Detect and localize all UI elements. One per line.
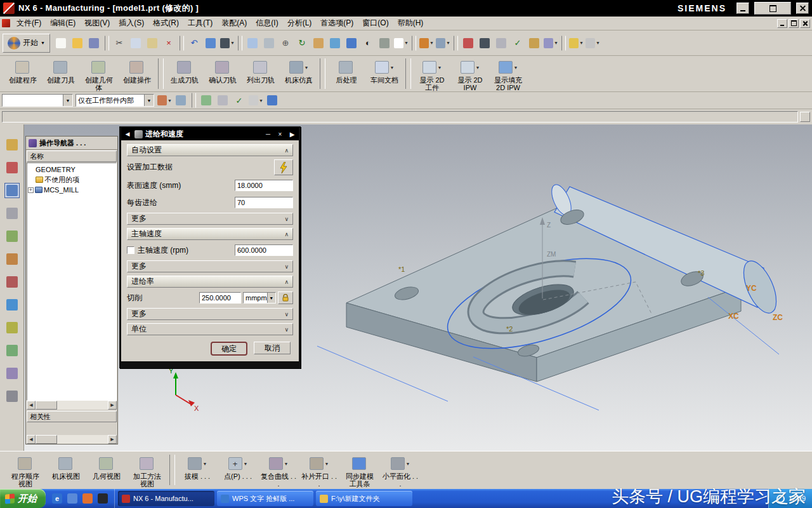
- collapse-icon[interactable]: ∧: [284, 231, 289, 237]
- ball-select-icon[interactable]: [215, 92, 231, 109]
- geometry-view-button[interactable]: 几何视图: [86, 453, 127, 481]
- zoom-icon[interactable]: ⊕: [278, 35, 294, 51]
- shop-documentation-button[interactable]: ▼ 车间文档: [365, 57, 403, 84]
- program-order-view-button[interactable]: 程序顺序 视图: [5, 453, 46, 488]
- spindle-speed-checkbox[interactable]: [127, 246, 134, 254]
- navigator-tree-row[interactable]: + MCS_MILL: [28, 185, 115, 195]
- analysis-glasses-icon[interactable]: [477, 35, 493, 51]
- triad-icon[interactable]: [461, 35, 476, 51]
- feed-more-bar[interactable]: 更多 ∨: [127, 308, 293, 320]
- delete-icon[interactable]: ×: [161, 35, 177, 51]
- feed-rates-header[interactable]: 进给率 ∧: [127, 276, 293, 288]
- new-file-icon[interactable]: [53, 35, 69, 51]
- menu-item[interactable]: 视图(V): [80, 17, 114, 30]
- postprocess-button[interactable]: 后处理: [327, 57, 365, 84]
- menu-item[interactable]: 装配(A): [217, 17, 251, 30]
- child-minimize-button[interactable]: [777, 19, 787, 28]
- create-tool-button[interactable]: 创建刀具: [42, 57, 80, 84]
- panel-toggle-icon[interactable]: [800, 112, 810, 122]
- machining-method-view-button[interactable]: 加工方法 视图: [127, 453, 167, 488]
- feed-per-tooth-input[interactable]: [235, 197, 293, 208]
- menu-item[interactable]: 信息(I): [251, 17, 282, 30]
- toolbar-icon[interactable]: [238, 36, 242, 51]
- save-icon[interactable]: [86, 35, 102, 51]
- history-icon[interactable]: [4, 320, 20, 335]
- zoom-window-icon[interactable]: [261, 35, 277, 51]
- roles-icon[interactable]: [4, 366, 20, 381]
- menu-item[interactable]: 窗口(O): [358, 17, 393, 30]
- background-icon[interactable]: ▼: [393, 35, 409, 51]
- toolbar-icon[interactable]: [105, 36, 109, 51]
- type-filter-icon[interactable]: ▼: [157, 92, 173, 109]
- synchronous-modeling-button[interactable]: 同步建模 工具条: [339, 453, 380, 488]
- machine-tool-navigator-icon[interactable]: [4, 206, 20, 221]
- wcs-triad[interactable]: X Y: [169, 367, 199, 412]
- scroll-right-icon[interactable]: ▶: [108, 401, 117, 410]
- navigator-tree-row[interactable]: 不使用的项: [28, 175, 115, 185]
- minimize-button[interactable]: [737, 3, 749, 14]
- snap-point-icon[interactable]: [173, 92, 189, 109]
- chevron-down-icon[interactable]: ▼: [267, 293, 275, 303]
- spindle-more-bar[interactable]: 更多 ∨: [127, 260, 293, 272]
- start-menu-button[interactable]: 开始 ▼: [3, 34, 50, 53]
- copy-icon[interactable]: [128, 35, 144, 51]
- auto-settings-header[interactable]: 自动设置 ∧: [127, 144, 293, 156]
- toolbar-icon[interactable]: [561, 36, 566, 51]
- shaded-cube-icon[interactable]: [265, 92, 280, 109]
- menu-item[interactable]: 编辑(E): [46, 17, 80, 30]
- shaded-view-icon[interactable]: [344, 35, 360, 51]
- csys-orient-icon[interactable]: ▼: [419, 35, 435, 51]
- lock-button[interactable]: [278, 291, 293, 304]
- menu-item[interactable]: 文件(F): [12, 17, 46, 30]
- spindle-speed-header[interactable]: 主轴速度 ∧: [127, 228, 293, 240]
- undo-icon[interactable]: ↶: [187, 35, 202, 51]
- surface-speed-input[interactable]: [235, 180, 293, 191]
- windows-start-button[interactable]: 开始: [0, 489, 46, 508]
- show-2d-workpiece-button[interactable]: ▼ 显示 2D 工件: [413, 57, 451, 92]
- scroll-track[interactable]: [36, 401, 108, 410]
- ok-button[interactable]: 确定: [211, 342, 247, 356]
- forward-icon[interactable]: ▶: [287, 131, 297, 138]
- check-geometry-icon[interactable]: ✓: [510, 35, 526, 51]
- issue-navigator-icon[interactable]: [4, 274, 20, 290]
- scroll-thumb[interactable]: [36, 401, 57, 410]
- auto-more-bar[interactable]: 更多 ∨: [127, 213, 293, 225]
- create-operation-button[interactable]: 创建操作: [118, 57, 156, 84]
- dialog-titlebar[interactable]: ◀ 进给和速度 ─ × ▶: [121, 128, 299, 140]
- task-folder[interactable]: F:\y\新建文件夹: [316, 491, 412, 506]
- simulate-machine-button[interactable]: ▼ 机床仿真: [280, 57, 318, 84]
- collapse-icon[interactable]: ∧: [284, 279, 289, 285]
- rollback-icon[interactable]: [199, 92, 214, 109]
- chevron-down-icon[interactable]: ▼: [63, 95, 72, 106]
- system-materials-icon[interactable]: [4, 389, 20, 404]
- operation-navigator-icon[interactable]: [4, 183, 20, 198]
- create-geometry-button[interactable]: 创建几何 体: [80, 57, 118, 92]
- paste-icon[interactable]: [145, 35, 160, 51]
- toolbar-icon[interactable]: [180, 36, 184, 51]
- scroll-left-icon[interactable]: ◀: [27, 401, 36, 410]
- expand-icon[interactable]: +: [28, 187, 34, 193]
- assembly-navigator-icon[interactable]: [4, 137, 20, 152]
- child-close-button[interactable]: [800, 19, 810, 28]
- verify-toolpath-button[interactable]: 确认刀轨: [204, 57, 242, 84]
- cut-icon[interactable]: ✂: [112, 35, 128, 51]
- create-program-button[interactable]: 创建程序: [4, 57, 42, 84]
- show-filled-2d-ipw-button[interactable]: ▼ 显示填充 2D IPW: [489, 57, 527, 92]
- name-column-header[interactable]: 名称: [27, 150, 117, 162]
- cam-toolbar-button[interactable]: [405, 58, 411, 89]
- set-machining-data-button[interactable]: [274, 159, 293, 175]
- point-button[interactable]: +▼ 点(P) . . .: [218, 453, 258, 481]
- close-dialog-icon[interactable]: ×: [275, 131, 285, 138]
- navigator-tree-row[interactable]: GEOMETRY: [28, 164, 115, 175]
- cam-toolbar-button[interactable]: [158, 58, 164, 89]
- menu-item[interactable]: 首选项(P): [316, 17, 358, 30]
- composite-curve-button[interactable]: ▼ 复合曲线 . . .: [258, 453, 299, 488]
- scroll-right-icon[interactable]: ▶: [108, 435, 117, 444]
- toolbar-icon[interactable]: [454, 36, 458, 51]
- dependencies-hscrollbar[interactable]: ◀▶: [27, 435, 117, 444]
- menu-item[interactable]: 插入(S): [114, 17, 148, 30]
- datum-plane-icon[interactable]: ▼: [435, 35, 451, 51]
- annotation-icon[interactable]: ▼: [585, 35, 601, 51]
- selection-filter-combo[interactable]: ▼: [2, 94, 73, 107]
- menu-item[interactable]: 工具(T): [183, 17, 217, 30]
